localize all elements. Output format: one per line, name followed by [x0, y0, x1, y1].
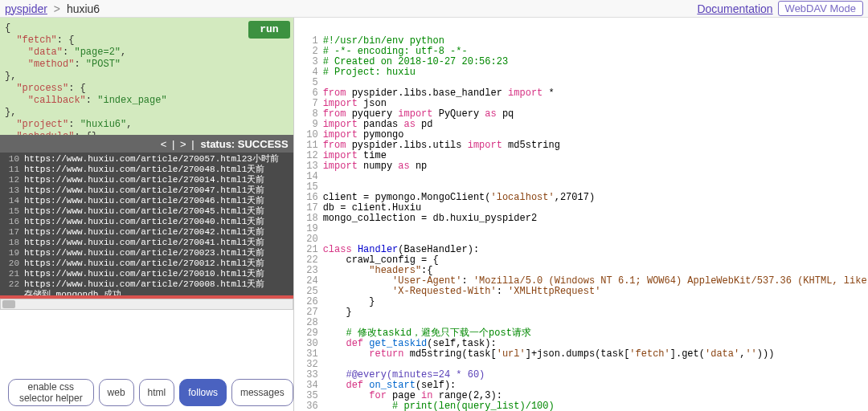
html-button[interactable]: html	[139, 379, 175, 406]
breadcrumb-project: huxiu6	[67, 2, 100, 15]
code-line[interactable]: 13import numpy as np	[294, 161, 868, 172]
h-scrollbar[interactable]	[0, 299, 293, 310]
code-line[interactable]: 14	[294, 172, 868, 182]
breadcrumb-sep: >	[54, 2, 60, 15]
prev-button[interactable]: <	[161, 138, 167, 150]
list-item[interactable]: 19https://www.huxiu.com/article/270023.h…	[3, 248, 290, 258]
webdav-button[interactable]: WebDAV Mode	[778, 1, 863, 16]
list-item[interactable]: 18https://www.huxiu.com/article/270041.h…	[3, 238, 290, 248]
code-line[interactable]: 25 'X-Requested-With': 'XMLHttpRequest'	[294, 287, 868, 297]
store-message: 存储到 mongondb 成功	[3, 290, 290, 295]
code-line[interactable]: 18mongo_collection = db.huxiu_pyspider2	[294, 214, 868, 224]
breadcrumb: pyspider > huxiu6	[5, 2, 100, 15]
web-button[interactable]: web	[99, 379, 134, 406]
list-item[interactable]: 20https://www.huxiu.com/article/270012.h…	[3, 258, 290, 269]
code-line[interactable]: 31 return md5string(task['url']+json.dum…	[294, 349, 868, 360]
status-bar: < | > | status: SUCCESS	[0, 135, 293, 153]
code-line[interactable]: 26 }	[294, 297, 868, 307]
code-line[interactable]: 19	[294, 224, 868, 234]
follows-button[interactable]: follows	[179, 379, 227, 406]
code-editor[interactable]: 1#!/usr/bin/env python2# -*- encoding: u…	[294, 35, 868, 411]
css-helper-button[interactable]: enable css selector helper	[8, 379, 94, 406]
follows-list[interactable]: 10https://www.huxiu.com/article/270057.h…	[0, 153, 293, 295]
list-item[interactable]: 11https://www.huxiu.com/article/270048.h…	[3, 165, 290, 175]
list-item[interactable]: 10https://www.huxiu.com/article/270057.h…	[3, 154, 290, 165]
run-button[interactable]: run	[248, 21, 289, 39]
messages-button[interactable]: messages	[231, 379, 293, 406]
list-item[interactable]: 12https://www.huxiu.com/article/270014.h…	[3, 175, 290, 185]
list-item[interactable]: 13https://www.huxiu.com/article/270047.h…	[3, 185, 290, 196]
list-item[interactable]: 22https://www.huxiu.com/article/270008.h…	[3, 279, 290, 290]
docs-link[interactable]: Documentation	[697, 2, 772, 15]
breadcrumb-app[interactable]: pyspider	[5, 2, 47, 15]
list-item[interactable]: 17https://www.huxiu.com/article/270042.h…	[3, 227, 290, 238]
next-button[interactable]: >	[180, 138, 186, 150]
status-label: status: SUCCESS	[201, 138, 289, 150]
list-item[interactable]: 15https://www.huxiu.com/article/270045.h…	[3, 206, 290, 217]
code-line[interactable]: 4# Project: huxiu	[294, 67, 868, 78]
list-item[interactable]: 16https://www.huxiu.com/article/270040.h…	[3, 217, 290, 227]
header-bar: pyspider > huxiu6 Documentation WebDAV M…	[0, 0, 868, 18]
list-item[interactable]: 21https://www.huxiu.com/article/270010.h…	[3, 269, 290, 279]
task-json-area[interactable]: run { "fetch": { "data": "page=2", "meth…	[0, 18, 293, 135]
left-pane: run { "fetch": { "data": "page=2", "meth…	[0, 18, 293, 411]
right-pane: save 1#!/usr/bin/env python2# -*- encodi…	[293, 18, 868, 411]
code-line[interactable]: 36 # print(len(query_list)/100)	[294, 401, 868, 411]
list-item[interactable]: 14https://www.huxiu.com/article/270046.h…	[3, 196, 290, 206]
bottom-toolbar: enable css selector helper web html foll…	[8, 379, 293, 406]
code-line[interactable]: 27 }	[294, 307, 868, 318]
scroll-thumb[interactable]	[2, 300, 15, 308]
